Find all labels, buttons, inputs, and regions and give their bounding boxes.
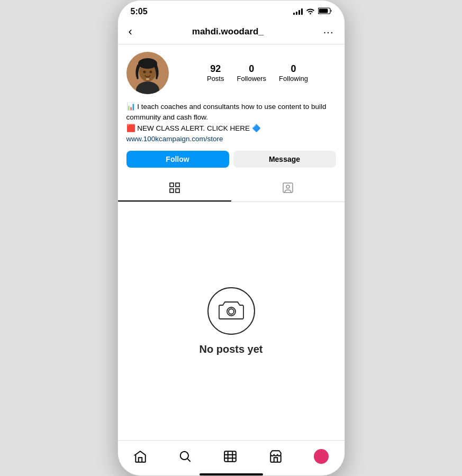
svg-point-8 <box>149 71 152 74</box>
stats-container: 92 Posts 0 Followers 0 Following <box>179 63 336 83</box>
bio-link[interactable]: www.100kcampaign.com/store <box>126 135 223 143</box>
svg-line-19 <box>188 459 191 461</box>
back-button[interactable]: ‹ <box>129 25 132 39</box>
message-button[interactable]: Message <box>233 151 336 168</box>
follow-button[interactable]: Follow <box>126 151 229 168</box>
profile-username-title: mahdi.woodard_ <box>192 26 264 37</box>
battery-icon <box>318 7 332 16</box>
bio-line2: 🟥 NEW CLASS ALERT. CLICK HERE 🔷 <box>126 123 336 134</box>
status-icons <box>293 7 332 16</box>
svg-rect-1 <box>319 9 328 13</box>
search-nav-button[interactable] <box>176 447 194 465</box>
following-count: 0 <box>291 63 296 75</box>
profile-avatar-nav <box>314 449 329 464</box>
home-indicator <box>200 473 263 475</box>
posts-label: Posts <box>207 75 224 83</box>
phone-frame: 5:05 <box>117 0 345 476</box>
svg-rect-10 <box>170 183 174 187</box>
camera-circle <box>207 287 255 335</box>
no-posts-text: No posts yet <box>199 343 262 355</box>
svg-rect-20 <box>225 451 237 462</box>
svg-point-7 <box>143 71 146 74</box>
tab-grid[interactable] <box>118 175 231 202</box>
avatar <box>126 52 169 94</box>
svg-rect-11 <box>176 183 179 187</box>
more-options-button[interactable]: ··· <box>323 26 334 38</box>
profile-nav-button[interactable] <box>312 447 331 466</box>
profile-section: 92 Posts 0 Followers 0 Following 📊 I tea… <box>118 44 345 175</box>
svg-rect-14 <box>283 183 293 193</box>
nav-bar: ‹ mahdi.woodard_ ··· <box>118 21 345 44</box>
reels-nav-button[interactable] <box>221 447 239 465</box>
status-bar: 5:05 <box>118 1 345 21</box>
stat-followers[interactable]: 0 Followers <box>237 63 266 83</box>
svg-rect-12 <box>170 189 174 193</box>
tabs-container <box>118 175 345 202</box>
status-time: 5:05 <box>131 7 148 16</box>
svg-rect-13 <box>176 189 179 193</box>
stat-posts[interactable]: 92 Posts <box>207 63 224 83</box>
signal-icon <box>293 8 303 15</box>
bottom-nav <box>118 440 345 470</box>
svg-point-15 <box>286 185 289 188</box>
svg-point-18 <box>180 452 188 460</box>
tab-tagged[interactable] <box>231 175 345 202</box>
action-buttons: Follow Message <box>126 151 336 168</box>
wifi-icon <box>306 7 315 16</box>
bio-line1: 📊 I teach coaches and consultants how to… <box>126 102 336 123</box>
followers-count: 0 <box>249 63 254 75</box>
shop-nav-button[interactable] <box>267 447 285 465</box>
posts-count: 92 <box>210 63 221 75</box>
stat-following[interactable]: 0 Following <box>279 63 308 83</box>
home-nav-button[interactable] <box>131 447 149 465</box>
profile-top: 92 Posts 0 Followers 0 Following <box>126 52 336 94</box>
followers-label: Followers <box>237 75 266 83</box>
bio-section: 📊 I teach coaches and consultants how to… <box>126 102 336 144</box>
following-label: Following <box>279 75 308 83</box>
svg-rect-9 <box>146 78 149 80</box>
svg-point-17 <box>229 309 234 314</box>
content-area: No posts yet <box>118 202 345 440</box>
